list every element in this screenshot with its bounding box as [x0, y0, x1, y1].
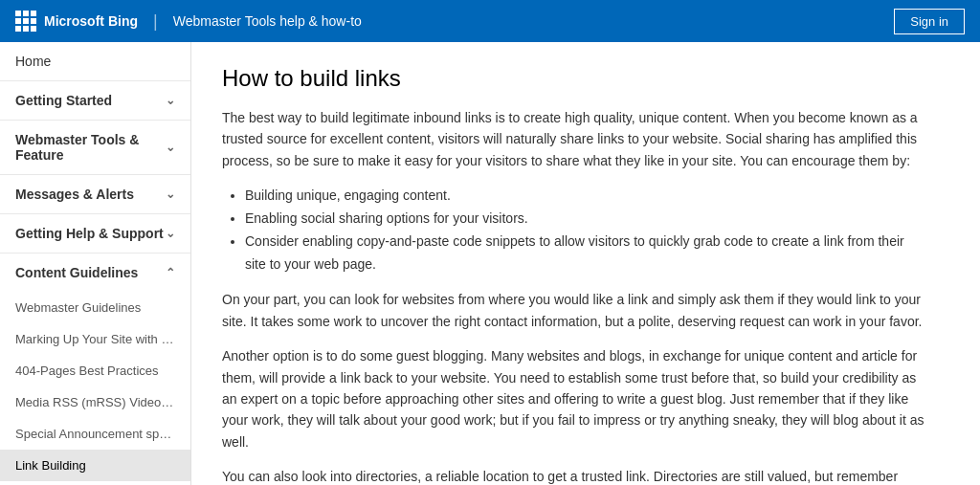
sidebar-item-webmaster-guidelines[interactable]: Webmaster Guidelines	[0, 292, 190, 323]
sidebar-section-webmaster-tools-label: Webmaster Tools & Feature	[15, 132, 166, 163]
paragraph-3: Another option is to do some guest blogg…	[222, 345, 926, 452]
paragraph-2: On your part, you can look for websites …	[222, 289, 926, 332]
header-divider: |	[153, 11, 158, 32]
chevron-down-icon: ⌄	[166, 141, 175, 154]
sidebar-item-404-pages[interactable]: 404-Pages Best Practices	[0, 355, 190, 386]
sidebar-section-messages-header[interactable]: Messages & Alerts ⌄	[0, 175, 190, 213]
sidebar-section-messages: Messages & Alerts ⌄	[0, 175, 190, 214]
chevron-up-icon: ⌃	[166, 266, 175, 279]
bing-grid-icon	[15, 11, 36, 32]
sidebar-item-link-building[interactable]: Link Building	[0, 450, 190, 481]
sidebar-section-getting-help-label: Getting Help & Support	[15, 226, 164, 241]
sidebar-home[interactable]: Home	[0, 42, 190, 81]
sidebar-section-getting-started-label: Getting Started	[15, 93, 112, 108]
sidebar-section-webmaster-tools-header[interactable]: Webmaster Tools & Feature ⌄	[0, 121, 190, 174]
sidebar-item-special-announcement[interactable]: Special Announcement specifi...	[0, 418, 190, 450]
sign-in-button[interactable]: Sign in	[894, 9, 965, 34]
sidebar-section-content-guidelines: Content Guidelines ⌃ Webmaster Guideline…	[0, 254, 190, 485]
sidebar-section-content-guidelines-header[interactable]: Content Guidelines ⌃	[0, 254, 190, 292]
content-guidelines-items: Webmaster Guidelines Marking Up Your Sit…	[0, 292, 190, 485]
sidebar-section-content-guidelines-label: Content Guidelines	[15, 265, 138, 280]
list-item: Consider enabling copy-and-paste code sn…	[245, 231, 926, 276]
paragraph-4: You can also look into directories, a re…	[222, 466, 926, 485]
page-header: Microsoft Bing | Webmaster Tools help & …	[0, 0, 980, 42]
bing-logo: Microsoft Bing	[15, 11, 138, 32]
sidebar-section-webmaster-tools: Webmaster Tools & Feature ⌄	[0, 121, 190, 175]
list-item: Enabling social sharing options for your…	[245, 208, 926, 231]
app-name: Microsoft Bing	[44, 13, 138, 29]
sidebar-section-getting-help-header[interactable]: Getting Help & Support ⌄	[0, 214, 190, 253]
main-layout: Home Getting Started ⌄ Webmaster Tools &…	[0, 42, 980, 485]
sidebar-section-messages-label: Messages & Alerts	[15, 187, 134, 202]
main-content-area: How to build links The best way to build…	[191, 42, 957, 485]
list-item: Building unique, engaging content.	[245, 185, 926, 208]
page-title: Webmaster Tools help & how-to	[173, 13, 362, 29]
sidebar-item-pubhub[interactable]: PubHub Publisher Guidelines	[0, 481, 190, 485]
chevron-down-icon: ⌄	[166, 227, 175, 240]
sidebar-section-getting-help: Getting Help & Support ⌄	[0, 214, 190, 254]
chevron-down-icon: ⌄	[166, 94, 175, 107]
sidebar-item-marking-up[interactable]: Marking Up Your Site with Struc...	[0, 323, 190, 355]
article-title: How to build links	[222, 65, 926, 92]
sidebar-item-media-rss[interactable]: Media RSS (mRSS) Video Feed ...	[0, 386, 190, 418]
header-left: Microsoft Bing | Webmaster Tools help & …	[15, 11, 362, 32]
chevron-down-icon: ⌄	[166, 187, 175, 201]
bullet-list: Building unique, engaging content. Enabl…	[245, 185, 926, 276]
sidebar-section-getting-started-header[interactable]: Getting Started ⌄	[0, 81, 190, 120]
sidebar: Home Getting Started ⌄ Webmaster Tools &…	[0, 42, 191, 485]
sidebar-section-getting-started: Getting Started ⌄	[0, 81, 190, 121]
intro-paragraph: The best way to build legitimate inbound…	[222, 107, 926, 171]
